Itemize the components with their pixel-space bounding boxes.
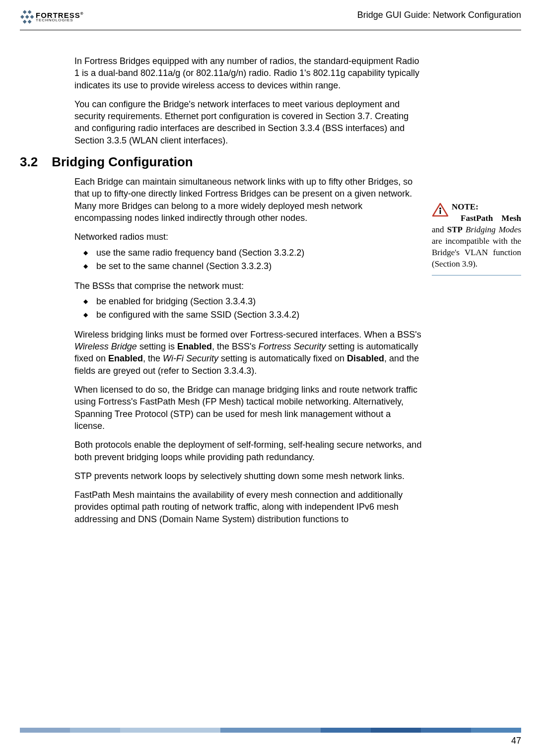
section-p2: Networked radios must: — [74, 231, 422, 243]
bullet: be configured with the same SSID (Sectio… — [86, 308, 422, 322]
logo: FORTRESS® TECHNOLOGIES — [20, 10, 84, 24]
section-p5: When licensed to do so, the Bridge can m… — [74, 384, 422, 432]
svg-rect-0 — [23, 10, 27, 14]
svg-rect-5 — [23, 20, 27, 24]
note-b1: FastPath Mesh — [461, 213, 521, 223]
intro-paragraph-2: You can configure the Bridge's network i… — [74, 98, 422, 146]
logo-text: FORTRESS® TECHNOLOGIES — [36, 12, 84, 22]
bullets-2: be enabled for bridging (Section 3.3.4.3… — [74, 295, 422, 322]
warning-icon — [432, 203, 449, 217]
section-p1: Each Bridge can maintain simultaneous ne… — [74, 176, 422, 224]
svg-rect-6 — [28, 20, 32, 24]
svg-rect-1 — [28, 10, 32, 14]
section-title: Bridging Configuration — [52, 154, 193, 170]
note-b2: STP — [447, 225, 463, 234]
svg-rect-8 — [440, 210, 441, 214]
intro-paragraph-1: In Fortress Bridges equipped with any nu… — [74, 55, 422, 91]
section-p4: Wireless bridging links must be formed o… — [74, 329, 422, 377]
footer-bar — [20, 728, 521, 733]
note-box: NOTE: FastPath Mesh and STP Bridging Mod… — [432, 202, 521, 275]
section-number: 3.2 — [20, 154, 38, 170]
bullet: be enabled for bridging (Section 3.3.4.3… — [86, 295, 422, 308]
section-p7: STP prevents network loops by selectivel… — [74, 470, 422, 482]
bullet: be set to the same channel (Section 3.3.… — [86, 260, 422, 273]
section-heading: 3.2 Bridging Configuration — [20, 154, 422, 170]
bullet: use the same radio frequency band (Secti… — [86, 246, 422, 260]
section-p3: The BSSs that comprise the network must: — [74, 280, 422, 292]
bullets-1: use the same radio frequency band (Secti… — [74, 246, 422, 273]
svg-rect-3 — [25, 15, 29, 19]
svg-point-7 — [439, 207, 441, 209]
svg-rect-2 — [20, 15, 24, 19]
note-label: NOTE: — [452, 202, 478, 211]
section-p8: FastPath Mesh maintains the availability… — [74, 489, 422, 525]
header-rule — [20, 30, 521, 30]
section-p6: Both protocols enable the deployment of … — [74, 439, 422, 463]
page-footer: 47 — [20, 728, 521, 746]
fortress-logo-icon — [20, 10, 34, 24]
page-number: 47 — [20, 736, 521, 746]
header-title: Bridge GUI Guide: Network Configuration — [357, 10, 521, 20]
svg-rect-4 — [30, 15, 34, 19]
